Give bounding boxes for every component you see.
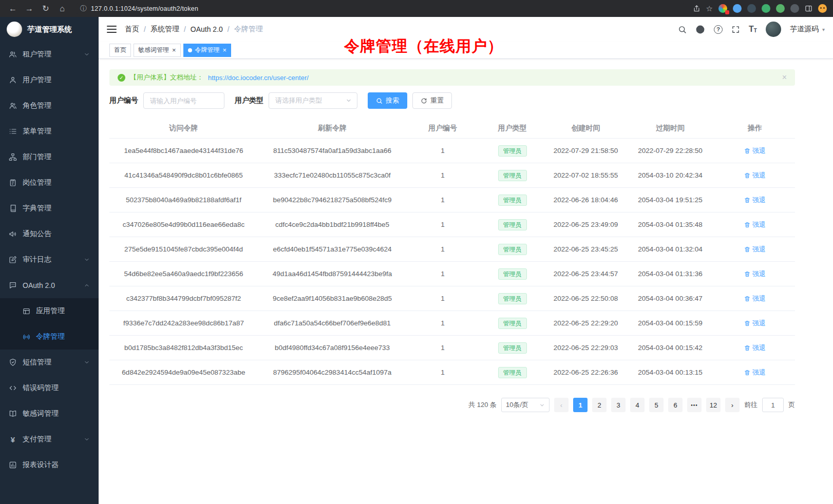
sidebar-toggle-icon[interactable] <box>107 26 117 33</box>
sidebar-item-label: 通知公告 <box>23 229 90 239</box>
user-type-select[interactable]: 请选择用户类型 <box>269 92 357 109</box>
force-logout-button[interactable]: 强退 <box>744 368 766 377</box>
sidebar-item-payment[interactable]: ¥ 支付管理 <box>0 427 99 452</box>
force-logout-button[interactable]: 强退 <box>744 343 766 353</box>
close-icon[interactable]: × <box>172 47 176 53</box>
back-icon[interactable]: ← <box>6 2 20 15</box>
help-icon[interactable]: ? <box>714 25 723 34</box>
sidebar-item-tenant[interactable]: 租户管理 <box>0 42 99 67</box>
sidebar-item-oauth[interactable]: OAuth 2.0 <box>0 273 99 298</box>
tab-sensitive-words[interactable]: 敏感词管理 × <box>134 44 181 57</box>
more-pages-button[interactable]: ••• <box>687 398 702 412</box>
bookmark-star-icon[interactable]: ☆ <box>706 4 713 13</box>
reload-icon[interactable]: ↻ <box>39 2 52 15</box>
user-type-label: 用户类型 <box>235 96 263 105</box>
delete-icon <box>744 148 750 154</box>
user-id-input[interactable] <box>143 92 224 109</box>
table-row: 275e5de9151045fe87cbdc395e004f4d e6cfd40… <box>109 237 795 262</box>
expire-time-cell: 2054-03-10 20:42:34 <box>626 171 715 179</box>
extension-icon[interactable] <box>790 4 799 13</box>
tab-home[interactable]: 首页 <box>109 44 131 57</box>
force-logout-button[interactable]: 强退 <box>744 146 766 156</box>
page-button-4[interactable]: 4 <box>630 398 645 412</box>
user-menu-caret-icon[interactable]: ▾ <box>822 27 825 32</box>
alert-close-icon[interactable]: × <box>782 73 787 82</box>
sidebar-item-label: 错误码管理 <box>23 383 90 393</box>
token-broadcast-icon <box>23 333 30 341</box>
force-logout-button[interactable]: 强退 <box>744 220 766 229</box>
breadcrumb-oauth[interactable]: OAuth 2.0 <box>191 25 223 33</box>
access-token-cell: 41c41346a548490f9dc8b01c6bfe0865 <box>109 171 258 179</box>
browser-profile-avatar[interactable] <box>818 4 827 13</box>
extension-icon[interactable] <box>747 4 756 13</box>
sidebar-item-post[interactable]: 岗位管理 <box>0 170 99 196</box>
forward-icon[interactable]: → <box>23 2 36 15</box>
page-button-3[interactable]: 3 <box>611 398 626 412</box>
force-logout-button[interactable]: 强退 <box>744 245 766 254</box>
extension-icon[interactable] <box>776 4 785 13</box>
breadcrumb-home[interactable]: 首页 <box>125 25 139 34</box>
url-text: 127.0.0.1:1024/system/oauth2/token <box>91 5 198 12</box>
page-button-12[interactable]: 12 <box>706 398 721 412</box>
close-icon[interactable]: × <box>223 47 227 53</box>
user-avatar[interactable] <box>766 22 781 37</box>
sidebar-item-sensitive-words[interactable]: 敏感词管理 <box>0 401 99 427</box>
sidebar-item-dict[interactable]: 字典管理 <box>0 196 99 221</box>
payment-yen-icon: ¥ <box>9 435 17 444</box>
doc-link[interactable]: https://doc.iocoder.cn/user-center/ <box>208 74 309 82</box>
search-icon[interactable] <box>678 25 687 34</box>
user-type-badge: 管理员 <box>498 342 527 354</box>
access-token-cell: 1ea5e44f8bc1467aaede43144f31de76 <box>109 147 258 154</box>
tab-token-management[interactable]: 令牌管理 × <box>183 44 232 57</box>
font-size-icon[interactable]: TT <box>749 25 757 33</box>
sidebar-item-role[interactable]: 角色管理 <box>0 93 99 119</box>
goto-page-input[interactable] <box>762 398 784 412</box>
page-button-1[interactable]: 1 <box>573 398 588 412</box>
sidebar-item-token-management[interactable]: 令牌管理 <box>0 324 99 350</box>
prev-page-button[interactable]: ‹ <box>554 398 569 412</box>
sidebar-item-notice[interactable]: 通知公告 <box>0 221 99 247</box>
page-button-6[interactable]: 6 <box>668 398 683 412</box>
extension-icon[interactable] <box>733 4 742 13</box>
fullscreen-icon[interactable] <box>731 25 740 34</box>
extension-icon[interactable] <box>718 4 727 13</box>
sidebar-item-user[interactable]: 用户管理 <box>0 67 99 93</box>
site-info-icon[interactable]: ⓘ <box>80 4 87 13</box>
force-logout-button[interactable]: 强退 <box>744 319 766 328</box>
home-icon[interactable]: ⌂ <box>55 2 69 15</box>
sidebar-item-label: 租户管理 <box>23 50 78 59</box>
sidebar-item-report-designer[interactable]: 报表设计器 <box>0 452 99 478</box>
expire-time-cell: 2054-03-04 00:36:47 <box>626 295 715 302</box>
share-icon[interactable] <box>693 5 701 12</box>
column-header: 创建时间 <box>546 124 626 133</box>
sidebar-item-audit-log[interactable]: 审计日志 <box>0 247 99 273</box>
sidebar-item-app-management[interactable]: 应用管理 <box>0 298 99 324</box>
sidebar-item-error-code[interactable]: 错误码管理 <box>0 375 99 401</box>
delete-icon <box>744 172 750 179</box>
search-button[interactable]: 搜索 <box>368 92 407 109</box>
column-header: 访问令牌 <box>109 124 258 133</box>
username[interactable]: 芋道源码 <box>790 25 819 34</box>
breadcrumb-system[interactable]: 系统管理 <box>150 25 179 34</box>
page-button-2[interactable]: 2 <box>592 398 607 412</box>
force-logout-button[interactable]: 强退 <box>744 294 766 303</box>
user-id-cell: 1 <box>407 171 479 179</box>
sidebar-item-menu[interactable]: 菜单管理 <box>0 119 99 144</box>
force-logout-button[interactable]: 强退 <box>744 171 766 180</box>
address-bar[interactable]: ⓘ 127.0.0.1:1024/system/oauth2/token <box>75 2 687 15</box>
page-button-5[interactable]: 5 <box>649 398 664 412</box>
sidebar-item-department[interactable]: 部门管理 <box>0 144 99 170</box>
column-header: 用户类型 <box>479 124 546 133</box>
page-size-select[interactable]: 10条/页 <box>501 398 550 412</box>
force-logout-button[interactable]: 强退 <box>744 269 766 279</box>
force-logout-button[interactable]: 强退 <box>744 196 766 205</box>
extension-icon[interactable] <box>762 4 770 13</box>
app-logo[interactable]: 芋道管理系统 <box>0 17 99 42</box>
sidebar-item-sms[interactable]: 短信管理 <box>0 350 99 375</box>
next-page-button[interactable]: › <box>725 398 740 412</box>
split-screen-icon[interactable] <box>805 5 812 12</box>
reset-button[interactable]: 重置 <box>412 92 452 109</box>
sidebar-item-label: 角色管理 <box>23 101 90 110</box>
github-icon[interactable] <box>695 25 705 34</box>
user-id-cell: 1 <box>407 369 479 376</box>
